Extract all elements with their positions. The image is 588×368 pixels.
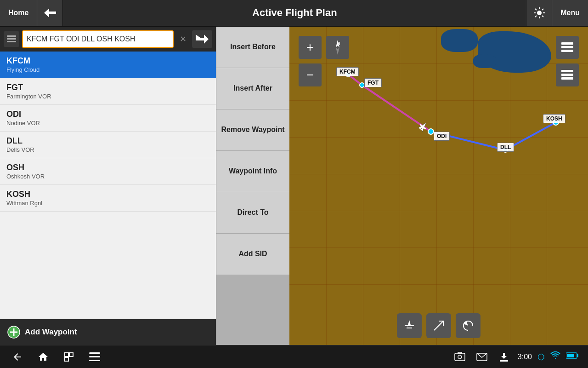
bottom-map-controls: [397, 313, 481, 338]
action-buttons-panel: Insert BeforeInsert AfterRemove Waypoint…: [216, 27, 289, 345]
svg-text:N: N: [337, 41, 340, 46]
sys-home-button[interactable]: [35, 349, 51, 365]
search-input[interactable]: [22, 30, 174, 48]
sys-back-button[interactable]: [9, 349, 26, 365]
svg-rect-50: [455, 353, 465, 361]
svg-line-7: [542, 16, 543, 17]
svg-rect-11: [7, 38, 16, 40]
zoom-in-button[interactable]: +: [299, 36, 322, 59]
svg-rect-48: [89, 356, 100, 357]
svg-line-8: [542, 9, 543, 10]
add-waypoint-row[interactable]: Add Waypoint: [0, 319, 216, 345]
layers-button-2[interactable]: [556, 63, 579, 86]
waypoint-list: KFCMFlying CloudFGTFarmington VORODINodi…: [0, 52, 216, 319]
wp-name: Oshkosh VOR: [6, 173, 209, 180]
wp-code: DLL: [6, 136, 209, 146]
time-display: 3:00: [518, 353, 532, 361]
svg-rect-33: [561, 42, 573, 45]
svg-rect-38: [561, 77, 573, 80]
svg-rect-40: [405, 325, 414, 326]
action-btn-add-sid[interactable]: Add SID: [216, 234, 289, 275]
svg-marker-0: [44, 8, 56, 17]
svg-line-6: [535, 9, 537, 10]
map-label-odi: ODI: [434, 132, 450, 141]
map-label-fgt: FGT: [364, 78, 382, 87]
svg-point-23: [360, 83, 364, 87]
action-btn-insert-after[interactable]: Insert After: [216, 68, 289, 109]
layers-button-1[interactable]: [556, 36, 579, 59]
svg-rect-37: [561, 74, 573, 76]
svg-line-42: [434, 321, 443, 330]
home-button[interactable]: Home: [0, 0, 37, 26]
svg-rect-44: [65, 353, 68, 356]
sys-recents-button[interactable]: [61, 349, 77, 365]
svg-marker-31: [336, 47, 339, 55]
route-view-button[interactable]: [426, 313, 451, 338]
svg-rect-47: [89, 352, 100, 354]
map-label-kfcm: KFCM: [336, 67, 359, 76]
svg-point-24: [428, 129, 434, 134]
svg-rect-57: [567, 354, 574, 357]
wp-name: Flying Cloud: [6, 66, 209, 73]
flight-path: [289, 27, 588, 345]
svg-rect-56: [577, 354, 578, 357]
map-label-kosh: KOSH: [543, 114, 565, 123]
waypoint-item-kosh[interactable]: KOSHWittman Rgnl: [0, 185, 216, 212]
page-title: Active Flight Plan: [63, 7, 526, 19]
waypoint-item-fgt[interactable]: FGTFarmington VOR: [0, 78, 216, 105]
waypoint-item-odi[interactable]: ODINodine VOR: [0, 105, 216, 132]
svg-marker-14: [196, 34, 200, 38]
search-bar: ✕: [0, 27, 216, 52]
action-btn-waypoint-info[interactable]: Waypoint Info: [216, 151, 289, 192]
back-map-button[interactable]: [456, 313, 481, 338]
center-on-plane-button[interactable]: [397, 313, 422, 338]
map-toggle-button[interactable]: [4, 31, 19, 47]
svg-rect-41: [407, 328, 412, 328]
add-waypoint-label: Add Waypoint: [25, 328, 77, 337]
svg-point-1: [537, 11, 542, 15]
svg-rect-46: [65, 357, 68, 361]
system-status: 3:00 ⬡: [452, 349, 579, 365]
sys-menu-button[interactable]: [86, 349, 103, 365]
waypoint-item-osh[interactable]: OSHOshkosh VOR: [0, 158, 216, 185]
wp-name: Nodine VOR: [6, 120, 209, 126]
waypoint-item-kfcm[interactable]: KFCMFlying Cloud: [0, 52, 216, 78]
menu-button[interactable]: Menu: [552, 0, 588, 26]
svg-line-9: [535, 16, 537, 17]
download-button[interactable]: [496, 349, 512, 365]
compass: N: [326, 36, 349, 59]
svg-marker-43: [464, 321, 468, 326]
wp-code: KOSH: [6, 190, 209, 199]
svg-rect-10: [7, 35, 16, 37]
top-bar: Home Active Flight Plan Menu: [0, 0, 588, 27]
svg-rect-34: [561, 46, 573, 48]
right-section: Insert BeforeInsert AfterRemove Waypoint…: [216, 27, 588, 345]
svg-rect-49: [89, 360, 100, 361]
action-btn-remove-waypoint[interactable]: Remove Waypoint: [216, 109, 289, 151]
back-button[interactable]: [37, 0, 63, 26]
zoom-out-button[interactable]: −: [299, 63, 322, 86]
bottom-bar: 3:00 ⬡: [0, 345, 588, 368]
svg-rect-35: [561, 50, 573, 52]
brightness-button[interactable]: [526, 0, 552, 26]
wp-name: Farmington VOR: [6, 93, 209, 100]
wp-name: Dells VOR: [6, 146, 209, 153]
map-label-dll: DLL: [497, 143, 514, 152]
left-panel: ✕ KFCMFlying CloudFGTFarmington VORODINo…: [0, 27, 216, 345]
svg-point-51: [458, 355, 462, 359]
map-area: KFCM FGT ODI DLL KOSH + − N: [289, 27, 588, 345]
action-btn-insert-before[interactable]: Insert Before: [216, 27, 289, 68]
action-btn-direct-to[interactable]: Direct To: [216, 192, 289, 234]
svg-rect-45: [69, 353, 73, 356]
wp-code: OSH: [6, 163, 209, 172]
email-button[interactable]: [474, 349, 490, 365]
wp-name: Wittman Rgnl: [6, 200, 209, 207]
swap-button[interactable]: [192, 30, 212, 48]
screenshot-button[interactable]: [452, 349, 468, 365]
clear-button[interactable]: ✕: [176, 33, 189, 46]
main-area: ✕ KFCMFlying CloudFGTFarmington VORODINo…: [0, 27, 588, 345]
wifi-icon: [550, 351, 560, 362]
svg-rect-12: [7, 41, 16, 42]
waypoint-item-dll[interactable]: DLLDells VOR: [0, 132, 216, 158]
wp-code: ODI: [6, 109, 209, 119]
